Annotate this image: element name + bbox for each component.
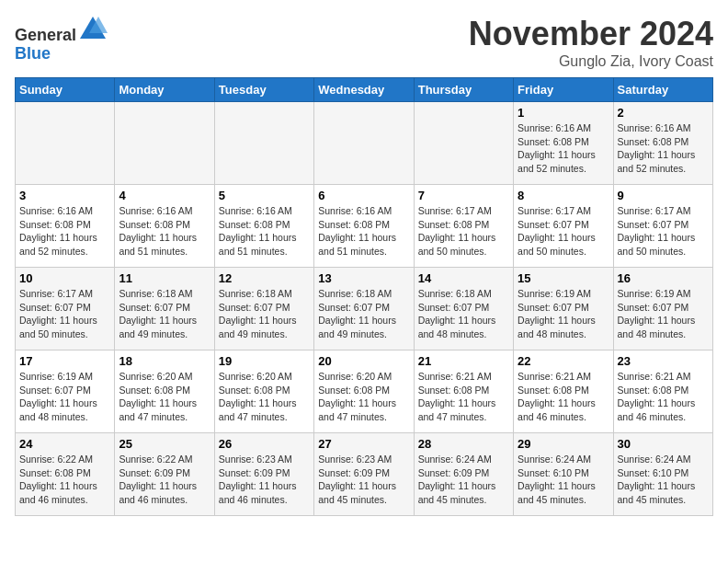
calendar-cell: 8Sunrise: 6:17 AMSunset: 6:07 PMDaylight…	[514, 185, 613, 268]
day-number: 14	[418, 271, 509, 285]
day-number: 5	[219, 189, 310, 202]
day-number: 12	[219, 271, 310, 285]
calendar-cell: 18Sunrise: 6:20 AMSunset: 6:08 PMDayligh…	[115, 350, 214, 433]
calendar-cell: 13Sunrise: 6:18 AMSunset: 6:07 PMDayligh…	[314, 268, 414, 350]
column-header-monday: Monday	[115, 78, 214, 102]
day-info: Sunrise: 6:21 AMSunset: 6:08 PMDaylight:…	[418, 370, 509, 424]
calendar-cell: 6Sunrise: 6:16 AMSunset: 6:08 PMDaylight…	[314, 185, 414, 268]
calendar-cell: 12Sunrise: 6:18 AMSunset: 6:07 PMDayligh…	[214, 268, 313, 350]
day-info: Sunrise: 6:22 AMSunset: 6:09 PMDaylight:…	[119, 453, 210, 507]
calendar-cell: 20Sunrise: 6:20 AMSunset: 6:08 PMDayligh…	[314, 350, 414, 433]
column-header-thursday: Thursday	[414, 78, 513, 102]
calendar-cell: 14Sunrise: 6:18 AMSunset: 6:07 PMDayligh…	[414, 268, 513, 350]
title-block: November 2024 Gunglo Zia, Ivory Coast	[469, 15, 713, 70]
day-number: 30	[618, 437, 709, 451]
calendar-cell: 11Sunrise: 6:18 AMSunset: 6:07 PMDayligh…	[115, 268, 214, 350]
calendar-cell: 7Sunrise: 6:17 AMSunset: 6:08 PMDaylight…	[414, 185, 513, 268]
calendar-cell: 5Sunrise: 6:16 AMSunset: 6:08 PMDaylight…	[214, 185, 313, 268]
day-info: Sunrise: 6:18 AMSunset: 6:07 PMDaylight:…	[418, 287, 509, 341]
calendar-week-row: 17Sunrise: 6:19 AMSunset: 6:07 PMDayligh…	[16, 350, 713, 433]
column-header-friday: Friday	[514, 78, 613, 102]
day-info: Sunrise: 6:24 AMSunset: 6:10 PMDaylight:…	[618, 453, 709, 507]
day-info: Sunrise: 6:20 AMSunset: 6:08 PMDaylight:…	[318, 370, 409, 424]
calendar-cell: 2Sunrise: 6:16 AMSunset: 6:08 PMDaylight…	[613, 102, 712, 185]
day-info: Sunrise: 6:21 AMSunset: 6:08 PMDaylight:…	[518, 370, 609, 424]
column-header-saturday: Saturday	[613, 78, 712, 102]
logo-blue: Blue	[15, 44, 51, 63]
calendar-cell: 10Sunrise: 6:17 AMSunset: 6:07 PMDayligh…	[16, 268, 115, 350]
day-info: Sunrise: 6:16 AMSunset: 6:08 PMDaylight:…	[618, 121, 709, 176]
calendar-week-row: 3Sunrise: 6:16 AMSunset: 6:08 PMDaylight…	[16, 185, 713, 268]
day-number: 19	[219, 354, 310, 368]
day-info: Sunrise: 6:23 AMSunset: 6:09 PMDaylight:…	[318, 453, 409, 507]
day-number: 18	[119, 354, 210, 368]
calendar-cell	[16, 102, 115, 185]
day-number: 3	[19, 189, 110, 202]
day-number: 22	[518, 354, 609, 368]
day-number: 11	[119, 271, 210, 285]
day-number: 26	[219, 437, 310, 451]
calendar-cell: 15Sunrise: 6:19 AMSunset: 6:07 PMDayligh…	[514, 268, 613, 350]
day-number: 17	[19, 354, 110, 368]
day-info: Sunrise: 6:16 AMSunset: 6:08 PMDaylight:…	[19, 204, 110, 259]
day-number: 16	[618, 271, 709, 285]
day-number: 1	[518, 106, 609, 120]
calendar-cell: 4Sunrise: 6:16 AMSunset: 6:08 PMDaylight…	[115, 185, 214, 268]
page-title: November 2024	[469, 15, 713, 53]
day-info: Sunrise: 6:20 AMSunset: 6:08 PMDaylight:…	[119, 370, 210, 424]
day-number: 29	[518, 437, 609, 451]
day-number: 21	[418, 354, 509, 368]
day-number: 2	[618, 106, 709, 120]
calendar-table: SundayMondayTuesdayWednesdayThursdayFrid…	[15, 77, 713, 516]
calendar-cell: 29Sunrise: 6:24 AMSunset: 6:10 PMDayligh…	[514, 433, 613, 516]
day-info: Sunrise: 6:18 AMSunset: 6:07 PMDaylight:…	[318, 287, 409, 341]
day-info: Sunrise: 6:24 AMSunset: 6:09 PMDaylight:…	[418, 453, 509, 507]
calendar-cell: 17Sunrise: 6:19 AMSunset: 6:07 PMDayligh…	[16, 350, 115, 433]
logo-general: General	[15, 26, 76, 44]
calendar-cell: 16Sunrise: 6:19 AMSunset: 6:07 PMDayligh…	[613, 268, 712, 350]
calendar-week-row: 10Sunrise: 6:17 AMSunset: 6:07 PMDayligh…	[16, 268, 713, 350]
calendar-cell: 22Sunrise: 6:21 AMSunset: 6:08 PMDayligh…	[514, 350, 613, 433]
day-info: Sunrise: 6:22 AMSunset: 6:08 PMDaylight:…	[19, 453, 110, 507]
day-number: 13	[318, 271, 409, 285]
calendar-cell: 30Sunrise: 6:24 AMSunset: 6:10 PMDayligh…	[613, 433, 712, 516]
day-number: 20	[318, 354, 409, 368]
calendar-cell: 27Sunrise: 6:23 AMSunset: 6:09 PMDayligh…	[314, 433, 414, 516]
calendar-cell	[214, 102, 313, 185]
day-info: Sunrise: 6:19 AMSunset: 6:07 PMDaylight:…	[618, 287, 709, 341]
calendar-cell: 24Sunrise: 6:22 AMSunset: 6:08 PMDayligh…	[16, 433, 115, 516]
calendar-week-row: 24Sunrise: 6:22 AMSunset: 6:08 PMDayligh…	[16, 433, 713, 516]
day-number: 28	[418, 437, 509, 451]
column-header-sunday: Sunday	[16, 78, 115, 102]
logo: General Blue	[15, 15, 108, 63]
day-number: 6	[318, 189, 409, 202]
calendar-cell: 26Sunrise: 6:23 AMSunset: 6:09 PMDayligh…	[214, 433, 313, 516]
calendar-header-row: SundayMondayTuesdayWednesdayThursdayFrid…	[16, 78, 713, 102]
day-info: Sunrise: 6:23 AMSunset: 6:09 PMDaylight:…	[219, 453, 310, 507]
day-number: 27	[318, 437, 409, 451]
day-info: Sunrise: 6:16 AMSunset: 6:08 PMDaylight:…	[119, 204, 210, 259]
day-info: Sunrise: 6:17 AMSunset: 6:07 PMDaylight:…	[518, 204, 609, 259]
logo-icon	[78, 15, 108, 40]
calendar-cell: 21Sunrise: 6:21 AMSunset: 6:08 PMDayligh…	[414, 350, 513, 433]
day-number: 9	[618, 189, 709, 202]
calendar-cell: 3Sunrise: 6:16 AMSunset: 6:08 PMDaylight…	[16, 185, 115, 268]
calendar-cell	[314, 102, 414, 185]
calendar-cell: 23Sunrise: 6:21 AMSunset: 6:08 PMDayligh…	[613, 350, 712, 433]
day-number: 4	[119, 189, 210, 202]
day-info: Sunrise: 6:18 AMSunset: 6:07 PMDaylight:…	[119, 287, 210, 341]
day-info: Sunrise: 6:24 AMSunset: 6:10 PMDaylight:…	[518, 453, 609, 507]
column-header-wednesday: Wednesday	[314, 78, 414, 102]
calendar-cell: 9Sunrise: 6:17 AMSunset: 6:07 PMDaylight…	[613, 185, 712, 268]
day-number: 10	[19, 271, 110, 285]
day-info: Sunrise: 6:17 AMSunset: 6:07 PMDaylight:…	[19, 287, 110, 341]
column-header-tuesday: Tuesday	[214, 78, 313, 102]
day-info: Sunrise: 6:18 AMSunset: 6:07 PMDaylight:…	[219, 287, 310, 341]
day-number: 7	[418, 189, 509, 202]
calendar-cell	[414, 102, 513, 185]
day-info: Sunrise: 6:16 AMSunset: 6:08 PMDaylight:…	[518, 121, 609, 176]
calendar-cell: 1Sunrise: 6:16 AMSunset: 6:08 PMDaylight…	[514, 102, 613, 185]
day-info: Sunrise: 6:19 AMSunset: 6:07 PMDaylight:…	[518, 287, 609, 341]
day-info: Sunrise: 6:16 AMSunset: 6:08 PMDaylight:…	[318, 204, 409, 259]
day-info: Sunrise: 6:17 AMSunset: 6:08 PMDaylight:…	[418, 204, 509, 259]
